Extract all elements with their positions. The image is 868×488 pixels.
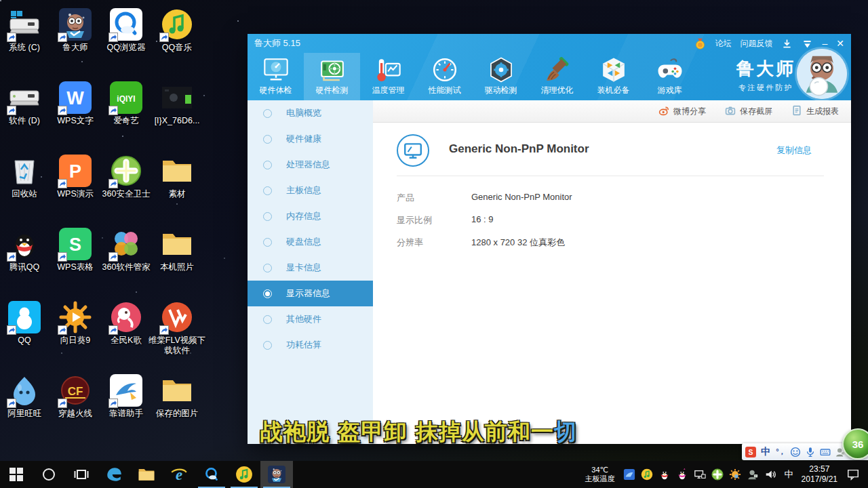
- wps_p-icon: P: [59, 155, 92, 187]
- desktop-icon-kaopu[interactable]: 靠谱助手: [102, 374, 151, 419]
- monitor-device-icon: [397, 134, 429, 167]
- sidebar-item-硬件健康[interactable]: 硬件健康: [248, 126, 373, 152]
- voice-input-icon[interactable]: [804, 446, 816, 458]
- action-保存截屏[interactable]: 保存截屏: [725, 105, 772, 118]
- minimize-button[interactable]: –: [822, 39, 827, 48]
- ime-language-indicator[interactable]: 中: [785, 468, 793, 481]
- desktop-icon-label: 爱奇艺: [102, 116, 151, 126]
- tray-tray_sun-icon[interactable]: [729, 468, 741, 481]
- desktop-icon-drive_c[interactable]: 系统 (C): [0, 8, 49, 53]
- desktop-icon-drive[interactable]: 软件 (D): [0, 81, 49, 126]
- tab-游戏库[interactable]: 游戏库: [642, 53, 698, 100]
- task-view-button[interactable]: [65, 461, 98, 488]
- tray-tray_pc-icon[interactable]: [694, 468, 706, 481]
- sidebar-item-label: 其他硬件: [286, 313, 321, 325]
- download-icon[interactable]: [781, 38, 793, 49]
- taskbar-qq-music[interactable]: [228, 461, 260, 488]
- copy-info-link[interactable]: 复制信息: [776, 144, 812, 157]
- motherboard-temp[interactable]: 34℃ 主板温度: [585, 466, 615, 483]
- desktop-icon-wps_s[interactable]: SWPS表格: [51, 228, 100, 272]
- tray-speaker-icon[interactable]: [764, 468, 776, 481]
- soft-keyboard-icon[interactable]: [819, 446, 831, 458]
- desktop-icon-safe360[interactable]: 360安全卫士: [102, 155, 151, 199]
- desktop-icon-ludashi[interactable]: 鲁大师: [51, 8, 100, 53]
- tray-penguin_red-icon[interactable]: [658, 468, 671, 481]
- desktop-icon-folder[interactable]: 保存的图片: [153, 374, 201, 419]
- tray-qqmusic-icon[interactable]: [641, 468, 653, 481]
- shortcut-arrow-badge: [58, 252, 67, 262]
- desktop-icon-label: 360安全卫士: [102, 189, 151, 199]
- desktop-icon-weitang[interactable]: 维棠FLV视频下载软件: [153, 301, 201, 356]
- sidebar-item-硬盘信息[interactable]: 硬盘信息: [248, 229, 373, 255]
- sidebar-item-功耗估算[interactable]: 功耗估算: [248, 332, 373, 358]
- taskbar-qq-browser[interactable]: [195, 461, 228, 488]
- shortcut-arrow-badge: [58, 106, 67, 115]
- radio-icon: [263, 315, 272, 324]
- 360-float-ball[interactable]: 36: [842, 428, 868, 460]
- desktop-icon-sunflower[interactable]: 向日葵9: [51, 301, 100, 346]
- close-button[interactable]: ✕: [836, 39, 844, 48]
- taskbar-internet-explorer[interactable]: e: [163, 461, 195, 488]
- desktop-icon-folder[interactable]: 本机照片: [153, 228, 201, 272]
- clock[interactable]: 23:57 2017/9/21: [802, 464, 837, 485]
- tab-装机必备[interactable]: 装机必备: [585, 53, 642, 100]
- desktop-icon-manager360[interactable]: 360软件管家: [102, 228, 151, 272]
- sidebar-item-电脑概览[interactable]: 电脑概览: [248, 100, 373, 126]
- ime-punctuation-toggle[interactable]: °，: [774, 446, 787, 458]
- start-button[interactable]: [0, 461, 33, 488]
- desktop-icon-recycle[interactable]: 回收站: [0, 155, 49, 199]
- tab-驱动检测[interactable]: 驱动检测: [473, 53, 529, 100]
- desktop-icon-iqiyi[interactable]: iQIYI爱奇艺: [102, 81, 151, 126]
- tray-penguin_pink-icon[interactable]: [676, 468, 688, 481]
- sidebar-item-显示器信息[interactable]: 显示器信息: [248, 281, 373, 306]
- clock-time: 23:57: [802, 464, 837, 474]
- forum-link[interactable]: 论坛: [715, 38, 731, 49]
- tab-硬件体检[interactable]: 硬件体检: [248, 53, 304, 100]
- desktop-icon-qqmusic[interactable]: QQ音乐: [153, 8, 201, 53]
- desktop-icon-qqbrowser[interactable]: QQ浏览器: [102, 8, 151, 53]
- tab-清理优化[interactable]: 清理优化: [529, 53, 585, 100]
- sidebar-item-处理器信息[interactable]: 处理器信息: [248, 152, 373, 178]
- action-center-icon[interactable]: [844, 468, 863, 481]
- sogou-logo-icon[interactable]: S: [745, 446, 757, 458]
- tray-tray_person-icon[interactable]: [747, 468, 759, 481]
- system-tray-area: 34℃ 主板温度 中 23:57 2017/9/21: [585, 461, 868, 488]
- desktop-icon-videofile[interactable]: [I}X_76D6...: [153, 81, 201, 126]
- sidebar-item-label: 硬件健康: [286, 133, 321, 145]
- tab-硬件检测[interactable]: 硬件检测: [304, 53, 360, 100]
- action-生成报表[interactable]: 生成报表: [791, 105, 839, 118]
- desktop-icon-aliww[interactable]: 阿里旺旺: [0, 374, 49, 419]
- feedback-link[interactable]: 问题反馈: [740, 38, 772, 49]
- desktop-icon-wps_p[interactable]: PWPS演示: [51, 155, 100, 199]
- taskbar-ludashi[interactable]: [260, 461, 293, 488]
- taskbar-file-explorer[interactable]: [130, 461, 163, 488]
- sidebar-item-内存信息[interactable]: 内存信息: [248, 203, 373, 229]
- tray-tray_360-icon[interactable]: [711, 468, 724, 481]
- desktop-icon-label: 系统 (C): [0, 43, 49, 53]
- desktop-icon-cf[interactable]: CF穿越火线: [51, 374, 100, 419]
- desktop-icon-folder[interactable]: 素材: [153, 155, 201, 199]
- tray-tray_blue-icon[interactable]: [623, 468, 635, 481]
- emoji-icon[interactable]: [789, 446, 802, 458]
- tab-性能测试[interactable]: 性能测试: [416, 53, 473, 100]
- wps_w-icon: W: [59, 81, 92, 114]
- lyrics-sung: 战袍脱 盔甲卸 抹掉从前和一: [260, 418, 554, 445]
- mascot-avatar[interactable]: [797, 49, 847, 99]
- shortcut-arrow-badge: [58, 179, 67, 188]
- sidebar-item-显卡信息[interactable]: 显卡信息: [248, 255, 373, 281]
- skin-menu-icon[interactable]: [802, 38, 813, 49]
- sidebar-item-主板信息[interactable]: 主板信息: [248, 178, 373, 203]
- desktop-icon-wps_w[interactable]: WWPS文字: [51, 81, 100, 126]
- action-微博分享[interactable]: 微博分享: [658, 105, 706, 118]
- desktop-icon-kge[interactable]: 全民K歌: [102, 301, 151, 346]
- desktop-icon-qqblue[interactable]: QQ: [0, 301, 49, 346]
- sidebar-item-label: 显示器信息: [286, 287, 330, 300]
- ime-mode-toggle[interactable]: 中: [760, 446, 772, 458]
- desktop-icon-tencentqq[interactable]: 腾讯QQ: [0, 228, 49, 272]
- cortana-search-button[interactable]: [33, 461, 65, 488]
- medal-icon[interactable]: [694, 38, 706, 49]
- desktop-icon-label: 保存的图片: [153, 409, 201, 419]
- tab-温度管理[interactable]: 温度管理: [360, 53, 416, 100]
- taskbar-edge[interactable]: [98, 461, 130, 488]
- sidebar-item-其他硬件[interactable]: 其他硬件: [248, 306, 373, 332]
